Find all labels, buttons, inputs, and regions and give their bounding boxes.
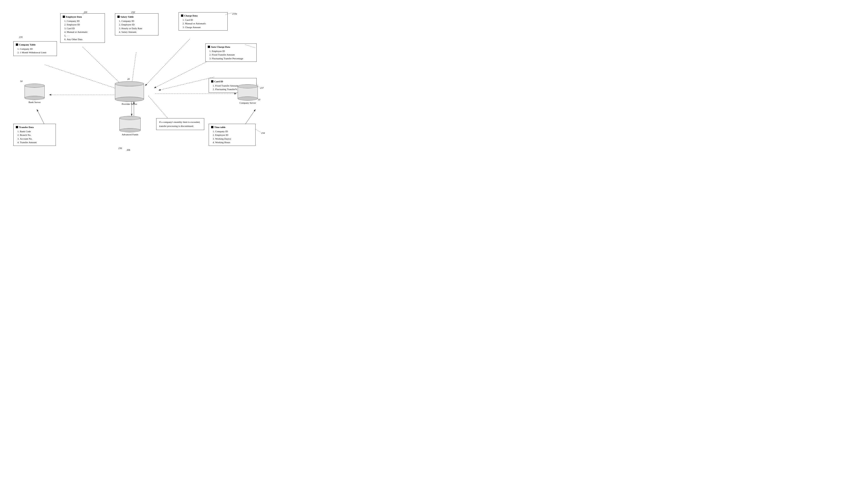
ref-30b: 30b (127, 149, 130, 151)
cylinder-top (119, 116, 140, 120)
auto-charge-data-box: Auto Charge Data Employee ID Fixed Trans… (205, 44, 257, 62)
ref-50: 50 (20, 80, 22, 83)
employee-data-box: Employee Data Company ID Employee ID Car… (60, 13, 105, 43)
ref-20: 20 (127, 77, 130, 80)
list-item: Employee ID (121, 23, 156, 27)
transfer-data-box: Transfer Data Bank Code Branch No. Accou… (13, 124, 56, 146)
list-item: Card ID (67, 27, 102, 30)
ref-235: 235 (19, 36, 23, 38)
list-item: Company ID (215, 129, 253, 133)
salary-table-box: Salary Table Company ID Employee ID Hour… (115, 13, 158, 35)
salary-table-icon (117, 16, 120, 18)
company-server-label: Company Server (239, 102, 256, 104)
company-server-cylinder: Company Server (238, 84, 258, 104)
list-item: Company ID (121, 19, 156, 23)
svg-line-2 (83, 47, 124, 87)
list-item: Manual or Automatic (185, 22, 225, 25)
svg-line-14 (148, 96, 170, 120)
list-item: Employee ID (67, 23, 102, 27)
employee-data-icon (63, 16, 65, 18)
cylinder-bottom-cap (24, 96, 45, 100)
employee-data-title: Employee Data (66, 15, 82, 19)
list-item: Company ID (67, 19, 102, 23)
charge-data-icon (181, 15, 183, 17)
salary-table-list: Company ID Employee ID Hourly or Daily R… (117, 19, 156, 34)
ref-10: 10 (258, 98, 260, 101)
svg-line-9 (37, 109, 45, 125)
company-table-title: Company Table (19, 43, 35, 47)
cylinder-bottom-cap (238, 97, 258, 101)
ref-237: 237 (260, 87, 264, 89)
transfer-data-title: Transfer Data (19, 125, 34, 129)
list-item: Fluctuating Transfer Percentage (212, 57, 254, 60)
list-item: Fixed Transfer Amount (212, 53, 254, 57)
ref-232: 232 (131, 11, 135, 13)
svg-line-5 (154, 60, 210, 88)
list-item: Branch No. (20, 133, 53, 137)
company-table-list: Company ID 1 Month Withdrawal Limit (16, 47, 54, 54)
list-item: Company ID (20, 47, 54, 51)
list-item: · · · (67, 34, 102, 38)
ref-234: 234 (261, 132, 265, 134)
employee-data-list: Company ID Employee ID Card ID Manual or… (63, 19, 102, 41)
cylinder-bottom-cap (115, 97, 144, 102)
svg-line-3 (132, 52, 136, 85)
auto-charge-title: Auto Charge Data (211, 45, 230, 49)
provider-server-label: Provider Server (122, 103, 137, 105)
ref-236: 236 (118, 147, 122, 150)
auto-charge-list: Employee ID Fixed Transfer Amount Fluctu… (208, 49, 254, 60)
list-item: Working Hours (215, 140, 253, 144)
list-item: 1 Month Withdrawal Limit (20, 51, 54, 54)
ref-233a: 233a (232, 12, 237, 15)
diagram: 231 232 233a 233 234 235 236 237 50 20 3… (0, 0, 286, 168)
note-text: If a company's monthly limit is exceeded… (159, 121, 200, 127)
list-item: Charge Amount (185, 25, 225, 29)
time-table-icon (211, 126, 213, 128)
list-item: Bank Code (20, 129, 53, 133)
list-item: Working Day(s) (215, 137, 253, 141)
charge-data-box: Charge Data Card ID Manual or Automatic … (179, 12, 228, 31)
provider-server-cylinder: Provider Server (115, 82, 144, 105)
list-item: Any Other Data (67, 37, 102, 41)
charge-data-list: Card ID Manual or Automatic Charge Amoun… (181, 18, 225, 29)
cylinder-top (238, 84, 258, 88)
svg-line-7 (45, 65, 118, 89)
note-box: If a company's monthly limit is exceeded… (156, 118, 204, 130)
advanced-funds-cylinder: Advanced Funds (119, 116, 140, 136)
list-item: Hourly or Daily Rate (121, 27, 156, 30)
list-item: Employee ID (212, 49, 254, 53)
list-item: Employee ID (215, 133, 253, 137)
transfer-data-icon (16, 126, 18, 128)
cylinder-top (115, 82, 144, 86)
card-id-icon (211, 80, 213, 83)
cylinder-top (24, 84, 45, 88)
company-table-icon (16, 44, 18, 46)
time-table-box: Time table Company ID Employee ID Workin… (209, 124, 255, 146)
list-item: Transfer Amount (20, 140, 53, 144)
svg-line-20 (255, 129, 261, 132)
list-item: Salary Amount. (121, 30, 156, 34)
card-id-title: Card ID (214, 80, 223, 83)
time-table-list: Company ID Employee ID Working Day(s) Wo… (211, 129, 253, 144)
cylinder-bottom-cap (119, 128, 140, 132)
bank-server-cylinder: Bank Server (24, 84, 45, 103)
svg-line-6 (158, 77, 214, 90)
auto-charge-icon (208, 46, 210, 48)
svg-line-4 (145, 39, 190, 86)
charge-data-title: Charge Data (184, 14, 198, 18)
transfer-data-list: Bank Code Branch No. Account No. Transfe… (16, 129, 53, 144)
list-item: Account No. (20, 137, 53, 141)
time-table-title: Time table (214, 125, 225, 129)
ref-231: 231 (84, 11, 87, 13)
list-item: Manual or Automatic (67, 30, 102, 34)
bank-server-label: Bank Server (29, 101, 41, 103)
advanced-funds-label: Advanced Funds (122, 133, 138, 136)
list-item: Card ID (185, 18, 225, 22)
salary-table-title: Salary Table (120, 15, 134, 19)
company-table-box: Company Table Company ID 1 Month Withdra… (13, 41, 57, 56)
